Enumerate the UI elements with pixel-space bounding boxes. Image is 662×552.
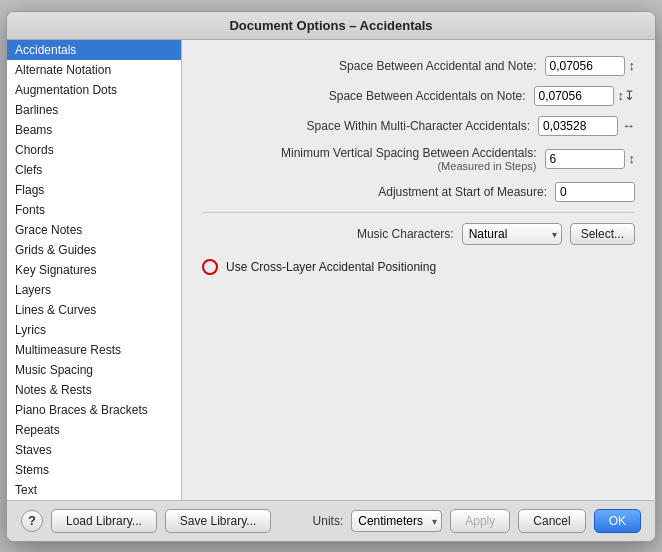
content-area: AccidentalsAlternate NotationAugmentatio… [7, 40, 655, 500]
label-space-accidentals-note: Space Between Accidentals on Note: [202, 89, 534, 103]
input-group-4: ↕ [545, 149, 636, 169]
checkbox-row: Use Cross-Layer Accidental Positioning [202, 259, 635, 275]
sidebar-item-staves[interactable]: Staves [7, 440, 181, 460]
arrows-icon-3: ↔ [622, 118, 635, 133]
sidebar-item-key-signatures[interactable]: Key Signatures [7, 260, 181, 280]
field-row-2: Space Between Accidentals on Note: ↕↧ [202, 86, 635, 106]
label-space-within-multi: Space Within Multi-Character Accidentals… [202, 119, 538, 133]
sidebar-item-barlines[interactable]: Barlines [7, 100, 181, 120]
sidebar-item-lyrics[interactable]: Lyrics [7, 320, 181, 340]
sidebar-item-beams[interactable]: Beams [7, 120, 181, 140]
input-min-vertical[interactable] [545, 149, 625, 169]
music-chars-dropdown[interactable]: NaturalSharpFlatDouble SharpDouble Flat [462, 223, 562, 245]
input-group-3: ↔ [538, 116, 635, 136]
input-adjustment-start[interactable] [555, 182, 635, 202]
sidebar-item-repeats[interactable]: Repeats [7, 420, 181, 440]
music-chars-label: Music Characters: [357, 227, 454, 241]
ok-button[interactable]: OK [594, 509, 641, 533]
sidebar-item-grace-notes[interactable]: Grace Notes [7, 220, 181, 240]
label-adjustment-start: Adjustment at Start of Measure: [202, 185, 555, 199]
sidebar-item-stems[interactable]: Stems [7, 460, 181, 480]
sidebar-item-augmentation-dots[interactable]: Augmentation Dots [7, 80, 181, 100]
sidebar-item-accidentals[interactable]: Accidentals [7, 40, 181, 60]
sidebar-item-flags[interactable]: Flags [7, 180, 181, 200]
field-row-3: Space Within Multi-Character Accidentals… [202, 116, 635, 136]
sidebar-item-layers[interactable]: Layers [7, 280, 181, 300]
music-chars-row: Music Characters: NaturalSharpFlatDouble… [202, 223, 635, 245]
sidebar-item-clefs[interactable]: Clefs [7, 160, 181, 180]
sidebar-item-fonts[interactable]: Fonts [7, 200, 181, 220]
input-space-within-multi[interactable] [538, 116, 618, 136]
field-row-5: Adjustment at Start of Measure: [202, 182, 635, 202]
sidebar-item-piano-braces--brackets[interactable]: Piano Braces & Brackets [7, 400, 181, 420]
main-panel: Space Between Accidental and Note: ↕ Spa… [182, 40, 655, 500]
sidebar-item-alternate-notation[interactable]: Alternate Notation [7, 60, 181, 80]
cancel-button[interactable]: Cancel [518, 509, 585, 533]
sidebar-item-text[interactable]: Text [7, 480, 181, 500]
load-library-button[interactable]: Load Library... [51, 509, 157, 533]
dialog: Document Options – Accidentals Accidenta… [6, 11, 656, 542]
input-group-1: ↕ [545, 56, 636, 76]
sidebar-item-multimeasure-rests[interactable]: Multimeasure Rests [7, 340, 181, 360]
dialog-title: Document Options – Accidentals [229, 18, 432, 33]
help-button[interactable]: ? [21, 510, 43, 532]
footer: ? Load Library... Save Library... Units:… [7, 500, 655, 541]
label-space-accidental-note: Space Between Accidental and Note: [202, 59, 545, 73]
apply-button[interactable]: Apply [450, 509, 510, 533]
label-min-vertical-main: Minimum Vertical Spacing Between Acciden… [202, 146, 537, 160]
input-space-accidental-note[interactable] [545, 56, 625, 76]
divider [202, 212, 635, 213]
music-chars-select-wrapper: NaturalSharpFlatDouble SharpDouble Flat [462, 223, 562, 245]
cross-layer-checkbox[interactable] [202, 259, 218, 275]
input-group-2: ↕↧ [534, 86, 636, 106]
field-row-1: Space Between Accidental and Note: ↕ [202, 56, 635, 76]
save-library-button[interactable]: Save Library... [165, 509, 271, 533]
label-min-vertical-sub: (Measured in Steps) [202, 160, 537, 172]
sidebar-item-chords[interactable]: Chords [7, 140, 181, 160]
select-button[interactable]: Select... [570, 223, 635, 245]
sidebar-item-notes--rests[interactable]: Notes & Rests [7, 380, 181, 400]
sidebar: AccidentalsAlternate NotationAugmentatio… [7, 40, 182, 500]
sidebar-item-grids--guides[interactable]: Grids & Guides [7, 240, 181, 260]
arrows-icon-4: ↕ [629, 151, 636, 166]
title-bar: Document Options – Accidentals [7, 12, 655, 40]
units-select-wrapper: Centimeters Inches Points EVPUs [351, 510, 442, 532]
units-dropdown[interactable]: Centimeters Inches Points EVPUs [351, 510, 442, 532]
sidebar-item-lines--curves[interactable]: Lines & Curves [7, 300, 181, 320]
arrows-icon-1: ↕ [629, 58, 636, 73]
units-label: Units: [313, 514, 344, 528]
cross-layer-label: Use Cross-Layer Accidental Positioning [226, 260, 436, 274]
arrows-icon-2: ↕↧ [618, 88, 636, 103]
label-min-vertical: Minimum Vertical Spacing Between Acciden… [202, 146, 545, 172]
input-group-5 [555, 182, 635, 202]
sidebar-item-music-spacing[interactable]: Music Spacing [7, 360, 181, 380]
input-space-accidentals-note[interactable] [534, 86, 614, 106]
field-row-4: Minimum Vertical Spacing Between Acciden… [202, 146, 635, 172]
